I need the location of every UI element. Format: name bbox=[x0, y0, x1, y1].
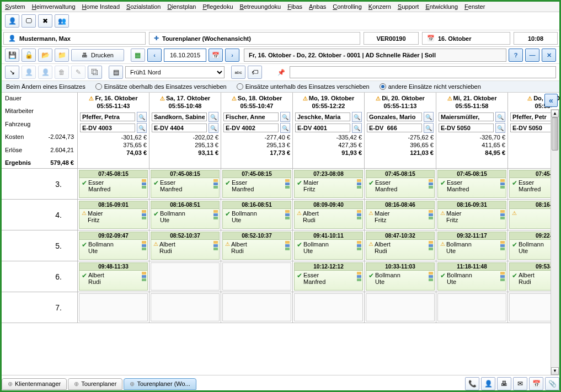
appointment-card[interactable] bbox=[294, 293, 363, 321]
appointment-card[interactable]: 07:23-08:08✔MaierFritz bbox=[294, 170, 363, 198]
appointment-card[interactable]: 11:18-11:48✔BollmannUte bbox=[437, 262, 506, 291]
phone-icon[interactable]: 📞 bbox=[465, 377, 479, 390]
fahrzeug-input[interactable] bbox=[439, 123, 494, 132]
scroll-up-icon[interactable]: ▲ bbox=[551, 110, 559, 117]
menu-pflegedoku[interactable]: Pflegedoku bbox=[202, 3, 233, 10]
slot[interactable]: 09:02-09:47✔BollmannUte bbox=[78, 230, 149, 261]
printer-icon[interactable]: 🖶 bbox=[497, 377, 511, 390]
search-icon[interactable]: 🔍 bbox=[137, 123, 147, 133]
scroll-thumb[interactable] bbox=[552, 117, 558, 151]
radio-below[interactable]: Einsätze unterhalb des Einsatzes verschi… bbox=[237, 83, 370, 90]
appointment-card[interactable]: 08:16-09:01⚠MaierFritz bbox=[79, 201, 148, 229]
appointment-card[interactable] bbox=[151, 262, 220, 291]
folder-open-button[interactable]: 📂 bbox=[38, 49, 52, 62]
slot[interactable] bbox=[436, 292, 507, 323]
slot[interactable]: 07:45-08:15✔EsserManfred bbox=[221, 169, 292, 200]
appointment-card[interactable]: 08:16-08:51✔BollmannUte bbox=[222, 201, 291, 229]
mitarbeiter-input[interactable] bbox=[152, 112, 207, 121]
appointment-card[interactable]: 08:16-08:51✔BollmannUte bbox=[151, 201, 220, 229]
menu-fenster[interactable]: Fenster bbox=[464, 3, 485, 10]
slot[interactable] bbox=[221, 292, 292, 323]
search-icon[interactable]: 🔍 bbox=[424, 112, 434, 122]
appointment-card[interactable] bbox=[79, 293, 148, 321]
menu-home instead[interactable]: Home Instead bbox=[82, 3, 120, 10]
search-icon[interactable]: 🔍 bbox=[352, 112, 362, 122]
appointment-card[interactable]: 08:47-10:32⚠AlbertRudi bbox=[366, 232, 435, 260]
search-icon[interactable]: 🔍 bbox=[495, 112, 505, 122]
slot[interactable] bbox=[221, 261, 292, 292]
appointment-card[interactable]: 09:02-09:47✔BollmannUte bbox=[79, 232, 148, 260]
screen-del-icon[interactable]: ✖ bbox=[38, 14, 52, 28]
excel-button[interactable]: ▦ bbox=[131, 49, 145, 62]
mail-icon[interactable]: ✉ bbox=[513, 377, 527, 390]
user2-icon[interactable]: 👤 bbox=[38, 66, 52, 79]
slot[interactable] bbox=[365, 292, 436, 323]
slot[interactable]: 08:16-08:51✔BollmannUte bbox=[149, 200, 221, 230]
appointment-card[interactable] bbox=[222, 262, 291, 291]
save-button[interactable]: 💾 bbox=[5, 49, 19, 62]
search-icon[interactable]: 🔍 bbox=[137, 112, 147, 122]
mitarbeiter-input[interactable] bbox=[439, 112, 494, 121]
mitarbeiter-input[interactable] bbox=[223, 112, 279, 121]
mitarbeiter-input[interactable] bbox=[367, 112, 422, 121]
list-icon[interactable]: ▤ bbox=[109, 66, 123, 79]
appointment-card[interactable]: 10:33-11:03✔BollmannUte bbox=[366, 262, 435, 291]
appointment-card[interactable]: 08:52-10:37⚠AlbertRudi bbox=[222, 232, 291, 260]
user-add-icon[interactable]: 👤 bbox=[5, 14, 19, 28]
vertical-scrollbar[interactable]: ▲ ▼ bbox=[551, 109, 559, 375]
abc-icon[interactable]: abc bbox=[231, 66, 245, 79]
menu-sozialstation[interactable]: Sozialstation bbox=[126, 3, 161, 10]
menu-controlling[interactable]: Controlling bbox=[333, 3, 362, 10]
scroll-down-icon[interactable]: ▼ bbox=[551, 367, 559, 375]
appointment-card[interactable]: 08:52-10:37⚠AlbertRudi bbox=[151, 232, 220, 260]
search-icon[interactable]: 🔍 bbox=[495, 123, 505, 133]
menu-fibas[interactable]: Fibas bbox=[287, 3, 302, 10]
appointment-card[interactable]: 08:09-09:40⚠AlbertRudi bbox=[294, 201, 363, 229]
tab-0[interactable]: ⊕Klientenmanager bbox=[2, 378, 67, 390]
appointment-card[interactable]: 10:12-12:12✔EsserManfred bbox=[294, 262, 363, 291]
menu-heimverwaltung[interactable]: Heimverwaltung bbox=[32, 3, 76, 10]
slot[interactable]: 09:32-11:17⚠BollmannUte bbox=[436, 230, 507, 261]
people-icon[interactable]: 👥 bbox=[55, 14, 69, 28]
slot[interactable]: 11:18-11:48✔BollmannUte bbox=[436, 261, 507, 292]
fahrzeug-input[interactable] bbox=[80, 123, 135, 132]
cal-icon[interactable]: 📅 bbox=[529, 377, 543, 390]
mitarbeiter-input[interactable] bbox=[295, 112, 350, 121]
user-icon[interactable]: 👤 bbox=[481, 377, 495, 390]
screen-icon[interactable]: 🖵 bbox=[22, 14, 36, 28]
minimize-button[interactable]: — bbox=[525, 49, 539, 62]
slot[interactable]: 07:45-08:15✔EsserManfred bbox=[365, 169, 436, 200]
fahrzeug-input[interactable] bbox=[223, 123, 279, 132]
appointment-card[interactable]: 07:45-08:15✔EsserManfred bbox=[79, 170, 148, 198]
folder-new-button[interactable]: 📁 bbox=[55, 49, 69, 62]
pin-field[interactable] bbox=[290, 66, 556, 78]
slot[interactable]: 07:45-08:15✔EsserManfred bbox=[149, 169, 221, 200]
clip-icon[interactable]: 📎 bbox=[545, 377, 559, 390]
slot[interactable]: 08:52-10:37⚠AlbertRudi bbox=[149, 230, 221, 261]
slot[interactable]: 07:45-08:15✔EsserManfred bbox=[78, 169, 149, 200]
search-icon[interactable]: 🔍 bbox=[352, 123, 362, 133]
user1-icon[interactable]: 👤 bbox=[22, 66, 36, 79]
search-icon[interactable]: 🔍 bbox=[209, 123, 218, 133]
appointment-card[interactable] bbox=[437, 293, 506, 321]
slot[interactable] bbox=[293, 292, 364, 323]
slot[interactable]: 08:16-09:31⚠MaierFritz bbox=[436, 200, 507, 230]
appointment-card[interactable]: 07:45-08:15✔EsserManfred bbox=[222, 170, 291, 198]
slot[interactable] bbox=[149, 261, 221, 292]
menu-anbas[interactable]: Anbas bbox=[309, 3, 326, 10]
appointment-card[interactable]: 07:45-08:15✔EsserManfred bbox=[366, 170, 435, 198]
tag-icon[interactable]: 🏷 bbox=[248, 66, 262, 79]
slot[interactable]: 10:12-12:12✔EsserManfred bbox=[293, 261, 364, 292]
menu-dienstplan[interactable]: Dienstplan bbox=[167, 3, 196, 10]
menu-entwicklung[interactable]: Entwicklung bbox=[425, 3, 458, 10]
close-button[interactable]: ✕ bbox=[542, 49, 556, 62]
slot[interactable] bbox=[149, 292, 221, 323]
slot[interactable]: 07:45-08:15✔EsserManfred bbox=[436, 169, 507, 200]
help-button[interactable]: ? bbox=[509, 49, 523, 62]
slot[interactable]: 08:16-08:51✔BollmannUte bbox=[221, 200, 292, 230]
edit-icon[interactable]: ✎ bbox=[71, 66, 86, 79]
pin-icon[interactable]: 📌 bbox=[277, 69, 285, 76]
slot[interactable]: 09:48-11:33✔AlbertRudi bbox=[78, 261, 149, 292]
appointment-card[interactable]: 07:45-08:15✔EsserManfred bbox=[151, 170, 220, 198]
menu-betreuungdoku[interactable]: Betreuungdoku bbox=[240, 3, 281, 10]
